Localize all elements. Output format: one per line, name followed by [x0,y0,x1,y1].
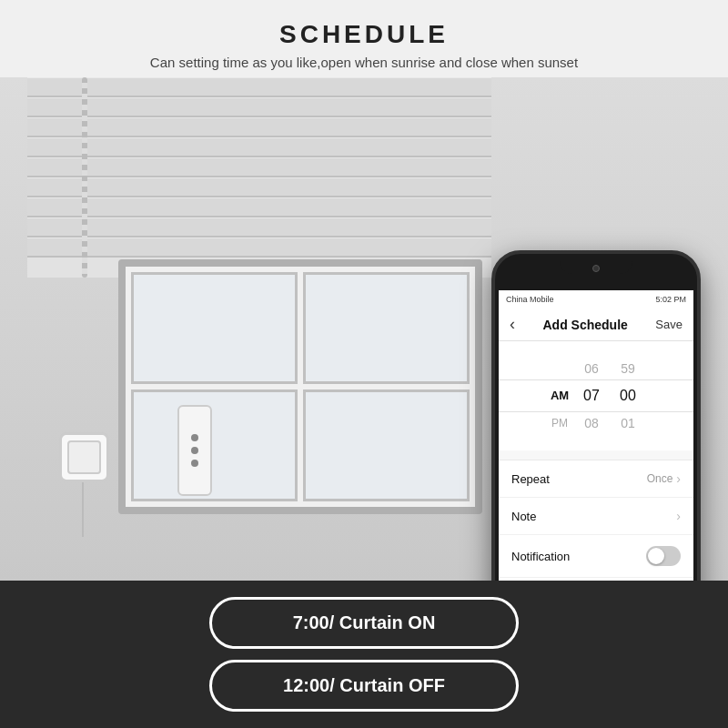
blind-slat [27,77,491,97]
phone-body: China Mobile 5:02 PM ‹ Add Schedule Save [491,250,701,581]
blind-slat [27,217,491,238]
repeat-label: Repeat [511,472,550,486]
toggle-knob [648,548,664,564]
control-row[interactable]: 控制 开启 › [499,578,693,581]
indicator-dot [191,447,198,454]
wall-switch-button [67,440,101,474]
app-screen: China Mobile 5:02 PM ‹ Add Schedule Save [499,290,693,581]
repeat-value: Once › [647,471,681,486]
blind-slat [27,238,491,258]
time-picker[interactable]: AM PM 06 07 08 [499,341,693,450]
blind-chain [82,77,87,278]
settings-rows: Repeat Once › Note › [499,460,693,581]
ampm-selected: AM [551,383,569,409]
indicator-dot [191,460,198,467]
save-button[interactable]: Save [655,318,682,331]
hour-prev: 06 [584,356,599,381]
blind-slat [27,157,491,177]
motor-controller [177,405,212,496]
main-image-area: China Mobile 5:02 PM ‹ Add Schedule Save [0,77,728,581]
note-chevron-icon: › [676,509,681,523]
hours-column: 06 07 08 [573,356,610,436]
notification-label: Notification [511,550,570,563]
window-pane [131,272,298,384]
window-pane [303,389,470,501]
ampm-column: AM PM [546,356,573,436]
blind-slat [27,97,491,117]
minute-next: 01 [621,410,635,436]
minute-prev: 59 [621,356,635,381]
hour-next: 08 [584,410,599,436]
curtain-on-button[interactable]: 7:00/ Curtain ON [209,597,519,649]
note-row[interactable]: Note › [499,498,693,535]
phone-camera [592,265,600,272]
note-value: › [676,509,681,523]
header: SCHEDULE Can setting time as you like,op… [0,0,728,77]
wall-switch [59,432,109,482]
window-pane [131,389,298,501]
minute-selected: 00 [620,383,636,409]
indicator-dot [191,434,198,441]
page: SCHEDULE Can setting time as you like,op… [0,0,728,728]
window-blinds [27,77,491,278]
time-columns: AM PM 06 07 08 [546,356,646,436]
status-time: 5:02 PM [655,295,686,304]
phone-mockup: China Mobile 5:02 PM ‹ Add Schedule Save [491,250,701,581]
blind-slat [27,177,491,197]
app-nav-bar: ‹ Add Schedule Save [499,308,693,341]
bottom-bar: 7:00/ Curtain ON 12:00/ Curtain OFF [0,581,728,728]
curtain-off-button[interactable]: 12:00/ Curtain OFF [209,660,519,712]
repeat-chevron-icon: › [676,471,681,486]
minutes-column: 59 00 01 [610,356,646,436]
window-frame [118,259,482,514]
repeat-value-text: Once [647,472,673,485]
page-title: SCHEDULE [0,20,728,49]
blind-slat [27,137,491,157]
window-pane [303,272,470,384]
note-label: Note [511,510,536,523]
page-subtitle: Can setting time as you like,open when s… [0,55,728,70]
blind-slat [27,117,491,137]
notification-row: Notification [499,535,693,578]
carrier-label: China Mobile [506,295,554,304]
phone-screen: China Mobile 5:02 PM ‹ Add Schedule Save [499,290,693,581]
nav-title: Add Schedule [543,318,628,332]
back-chevron-icon[interactable]: ‹ [510,315,515,334]
notification-toggle[interactable] [646,546,681,566]
power-cable [82,482,84,537]
hour-selected: 07 [583,383,600,409]
ampm-next: PM [551,410,568,436]
blind-slat [27,197,491,217]
repeat-row[interactable]: Repeat Once › [499,460,693,498]
app-status-bar: China Mobile 5:02 PM [499,290,693,308]
